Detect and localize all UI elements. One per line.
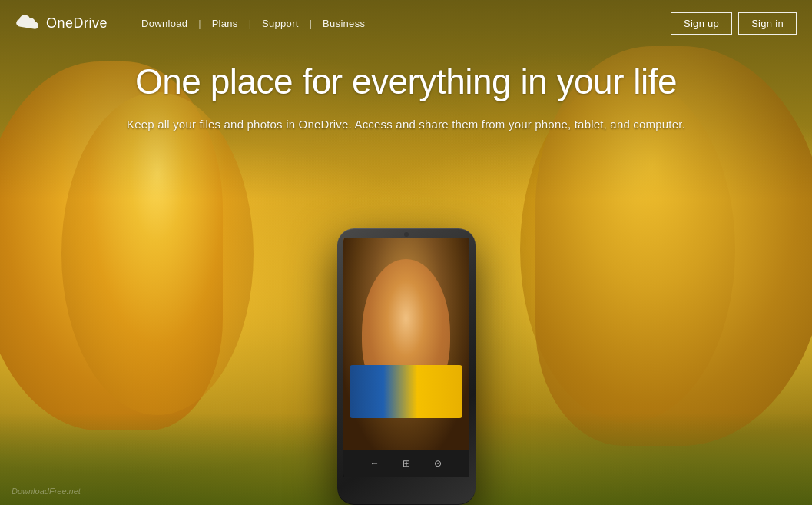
hero-title: One place for everything in your life <box>46 61 766 102</box>
hero-section: OneDrive Download | Plans | Support | Bu… <box>0 0 812 505</box>
phone-bottom-bar: ← ⊞ ⊙ <box>343 450 469 477</box>
nav-actions: Sign up Sign in <box>671 12 797 35</box>
nav-links: Download | Plans | Support | Business <box>131 18 671 29</box>
phone-windows-btn: ⊞ <box>403 458 410 469</box>
phone-camera <box>404 232 409 237</box>
logo-link[interactable]: OneDrive <box>15 15 108 32</box>
hero-content: One place for everything in your life Ke… <box>0 61 812 133</box>
nav-business[interactable]: Business <box>312 18 376 29</box>
nav-download[interactable]: Download <box>131 18 198 29</box>
logo-text: OneDrive <box>46 15 108 32</box>
hero-subtitle: Keep all your files and photos in OneDri… <box>46 116 766 134</box>
nav-plans[interactable]: Plans <box>201 18 249 29</box>
onedrive-logo-icon <box>15 15 40 32</box>
phone-mockup: ← ⊞ ⊙ <box>337 228 476 505</box>
watermark: DownloadFree.net <box>12 487 81 496</box>
phone-screen <box>343 238 469 450</box>
navbar: OneDrive Download | Plans | Support | Bu… <box>0 0 812 46</box>
phone-inner: ← ⊞ ⊙ <box>343 238 469 477</box>
signup-button[interactable]: Sign up <box>671 12 732 35</box>
phone-back-btn: ← <box>370 458 379 469</box>
phone-search-btn: ⊙ <box>434 458 442 469</box>
phone-outer-shell: ← ⊞ ⊙ <box>337 228 476 505</box>
nav-support[interactable]: Support <box>251 18 310 29</box>
phone-screen-scarf <box>350 365 463 418</box>
signin-button[interactable]: Sign in <box>738 12 797 35</box>
